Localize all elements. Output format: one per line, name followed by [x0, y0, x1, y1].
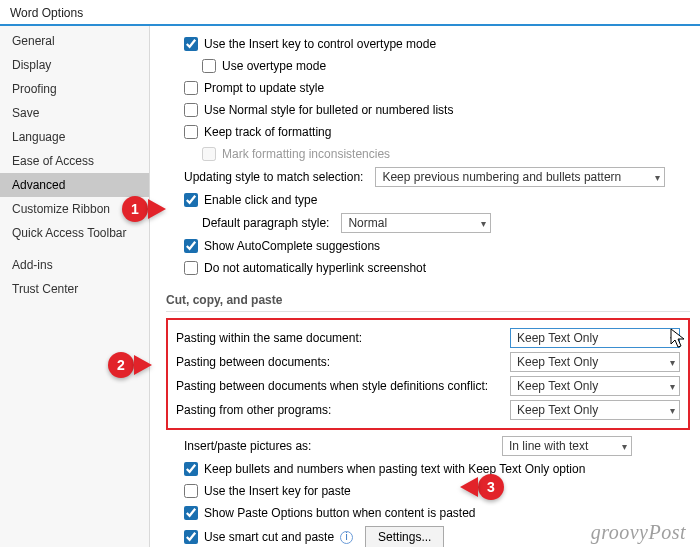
nav-display[interactable]: Display: [0, 53, 149, 77]
paste-defaults-callout-box: Pasting within the same document: Keep T…: [166, 318, 690, 430]
nav-ease-of-access[interactable]: Ease of Access: [0, 149, 149, 173]
nav-add-ins[interactable]: Add-ins: [0, 253, 149, 277]
cb-hyperlink-screenshot[interactable]: [184, 261, 198, 275]
cb-prompt-update-style[interactable]: [184, 81, 198, 95]
section-cut-copy-paste: Cut, copy, and paste: [166, 289, 690, 312]
nav-quick-access-toolbar[interactable]: Quick Access Toolbar: [0, 221, 149, 245]
lbl-paste-within: Pasting within the same document:: [176, 331, 362, 345]
window-titlebar: Word Options: [0, 0, 700, 25]
lbl-keep-bullets: Keep bullets and numbers when pasting te…: [204, 462, 585, 476]
lbl-updating-style: Updating style to match selection:: [184, 170, 363, 184]
cb-click-and-type[interactable]: [184, 193, 198, 207]
callout-3: 3: [460, 474, 504, 500]
cb-use-overtype[interactable]: [202, 59, 216, 73]
lbl-hyperlink-screenshot: Do not automatically hyperlink screensho…: [204, 261, 426, 275]
lbl-insert-pictures: Insert/paste pictures as:: [184, 439, 311, 453]
lbl-autocomplete: Show AutoComplete suggestions: [204, 239, 380, 253]
lbl-insert-key-paste: Use the Insert key for paste: [204, 484, 351, 498]
nav-proofing[interactable]: Proofing: [0, 77, 149, 101]
cb-keep-track-formatting[interactable]: [184, 125, 198, 139]
cb-insert-key-paste[interactable]: [184, 484, 198, 498]
select-paste-between-conflict[interactable]: Keep Text Only: [510, 376, 680, 396]
lbl-show-paste-options: Show Paste Options button when content i…: [204, 506, 476, 520]
watermark: groovyPost: [591, 521, 686, 544]
nav-trust-center[interactable]: Trust Center: [0, 277, 149, 301]
nav-language[interactable]: Language: [0, 125, 149, 149]
lbl-prompt-update-style: Prompt to update style: [204, 81, 324, 95]
lbl-click-and-type: Enable click and type: [204, 193, 317, 207]
nav-advanced[interactable]: Advanced: [0, 173, 149, 197]
lbl-insert-overtype: Use the Insert key to control overtype m…: [204, 37, 436, 51]
select-default-paragraph-style[interactable]: Normal: [341, 213, 491, 233]
cb-smart-cut-paste[interactable]: [184, 530, 198, 544]
cb-show-paste-options[interactable]: [184, 506, 198, 520]
info-icon[interactable]: i: [340, 531, 353, 544]
lbl-paste-other-programs: Pasting from other programs:: [176, 403, 331, 417]
callout-2: 2: [108, 352, 152, 378]
lbl-paste-between: Pasting between documents:: [176, 355, 330, 369]
lbl-smart-cut-paste: Use smart cut and paste: [204, 530, 334, 544]
lbl-keep-track-formatting: Keep track of formatting: [204, 125, 331, 139]
lbl-default-paragraph-style: Default paragraph style:: [202, 216, 329, 230]
select-paste-between[interactable]: Keep Text Only: [510, 352, 680, 372]
settings-button[interactable]: Settings...: [365, 526, 444, 547]
options-content: Use the Insert key to control overtype m…: [150, 25, 700, 547]
cb-insert-overtype[interactable]: [184, 37, 198, 51]
cb-normal-bulleted[interactable]: [184, 103, 198, 117]
category-sidebar: General Display Proofing Save Language E…: [0, 25, 150, 547]
select-paste-within[interactable]: Keep Text Only: [510, 328, 680, 348]
cb-mark-inconsistencies: [202, 147, 216, 161]
lbl-use-overtype: Use overtype mode: [222, 59, 326, 73]
window-title: Word Options: [10, 6, 83, 20]
select-updating-style[interactable]: Keep previous numbering and bullets patt…: [375, 167, 665, 187]
callout-1: 1: [122, 196, 166, 222]
cb-autocomplete[interactable]: [184, 239, 198, 253]
select-insert-pictures[interactable]: In line with text: [502, 436, 632, 456]
select-paste-other-programs[interactable]: Keep Text Only: [510, 400, 680, 420]
cb-keep-bullets[interactable]: [184, 462, 198, 476]
nav-general[interactable]: General: [0, 29, 149, 53]
lbl-mark-inconsistencies: Mark formatting inconsistencies: [222, 147, 390, 161]
nav-save[interactable]: Save: [0, 101, 149, 125]
lbl-normal-bulleted: Use Normal style for bulleted or numbere…: [204, 103, 453, 117]
lbl-paste-between-conflict: Pasting between documents when style def…: [176, 379, 488, 393]
